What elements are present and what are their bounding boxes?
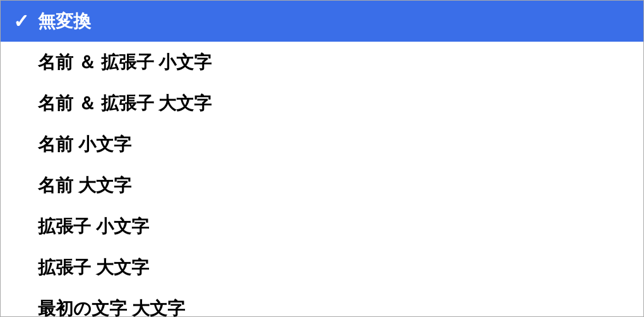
menu-item-label: 名前 ＆ 拡張子 大文字 [38,92,212,116]
menu-item-ext-upper[interactable]: ✓拡張子 大文字 [1,247,643,288]
dropdown-menu: ✓無変換✓名前 ＆ 拡張子 小文字✓名前 ＆ 拡張子 大文字✓名前 小文字✓名前… [0,0,644,317]
menu-item-label: 名前 大文字 [38,174,131,198]
menu-item-label: 最初の文字 大文字 [38,297,185,318]
menu-item-first-char-upper[interactable]: ✓最初の文字 大文字 [1,288,643,317]
menu-item-no-conversion[interactable]: ✓無変換 [1,1,643,42]
menu-item-label: 無変換 [38,9,91,33]
checkmark-icon: ✓ [13,10,29,32]
menu-item-label: 拡張子 小文字 [38,215,149,239]
menu-item-label: 名前 小文字 [38,133,131,157]
menu-item-name-lower[interactable]: ✓名前 小文字 [1,124,643,165]
menu-item-name-ext-lower[interactable]: ✓名前 ＆ 拡張子 小文字 [1,42,643,83]
menu-item-name-ext-upper[interactable]: ✓名前 ＆ 拡張子 大文字 [1,83,643,124]
menu-item-name-upper[interactable]: ✓名前 大文字 [1,165,643,206]
menu-item-ext-lower[interactable]: ✓拡張子 小文字 [1,206,643,247]
menu-item-label: 拡張子 大文字 [38,256,149,280]
menu-item-label: 名前 ＆ 拡張子 小文字 [38,51,212,75]
